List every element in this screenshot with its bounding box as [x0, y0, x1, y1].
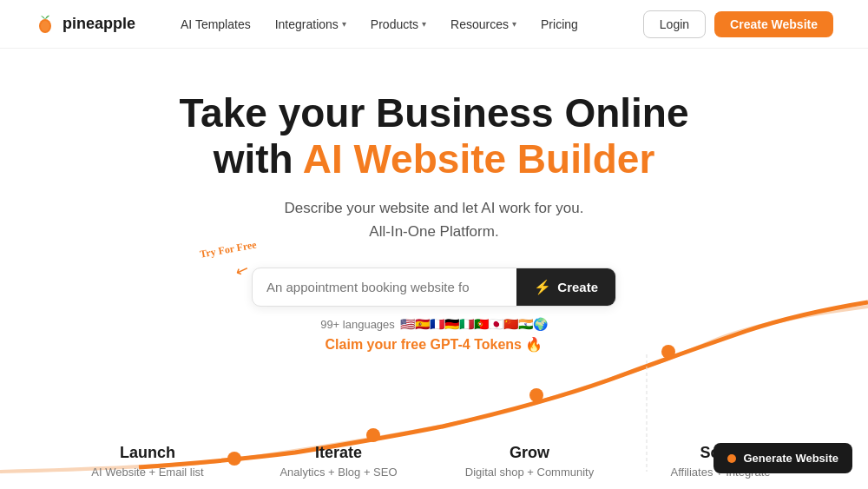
- chevron-down-icon: ▾: [422, 19, 426, 29]
- chevron-down-icon: ▾: [512, 19, 516, 29]
- chevron-down-icon: ▾: [342, 19, 346, 29]
- logo-icon: [35, 14, 56, 35]
- stage-grow: Grow Digital shop + Community: [451, 444, 608, 479]
- logo[interactable]: pineapple: [35, 14, 135, 35]
- svg-point-1: [41, 21, 49, 31]
- nav-actions: Login Create Website: [643, 10, 833, 38]
- hero-title: Take your Business Online with AI Websit…: [17, 90, 851, 182]
- nav-pricing[interactable]: Pricing: [530, 12, 589, 36]
- nav-ai-templates[interactable]: AI Templates: [170, 12, 261, 36]
- lightning-icon: ⚡: [534, 279, 551, 295]
- generate-website-button[interactable]: Generate Website: [713, 443, 852, 473]
- nav-products[interactable]: Products ▾: [360, 12, 437, 36]
- nav-links: AI Templates Integrations ▾ Products ▾ R…: [170, 12, 643, 36]
- svg-point-5: [661, 345, 675, 359]
- brand-name: pineapple: [62, 15, 135, 33]
- navbar: pineapple AI Templates Integrations ▾ Pr…: [0, 0, 868, 49]
- create-website-button[interactable]: Create Website: [714, 11, 833, 37]
- stage-launch: Launch AI Website + Email list: [69, 444, 226, 479]
- stage-iterate: Iterate Analytics + Blog + SEO: [260, 444, 417, 479]
- nav-integrations[interactable]: Integrations ▾: [265, 12, 357, 36]
- bottom-labels: Launch AI Website + Email list Iterate A…: [0, 393, 868, 489]
- nav-resources[interactable]: Resources ▾: [440, 12, 527, 36]
- login-button[interactable]: Login: [643, 10, 706, 38]
- try-arrow-icon: ↙: [233, 259, 253, 281]
- orange-dot-icon: [727, 454, 736, 463]
- hero-subtitle: Describe your website and let AI work fo…: [17, 196, 851, 243]
